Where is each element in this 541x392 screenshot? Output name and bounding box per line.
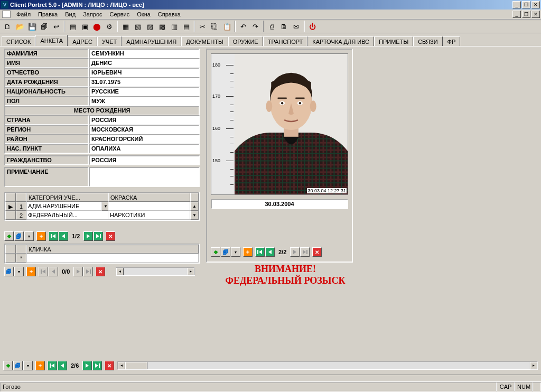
photo-prev-icon[interactable] <box>265 247 275 257</box>
photo-date[interactable]: 30.03.2004 <box>211 199 348 209</box>
panel6-icon[interactable]: ▤ <box>180 21 192 32</box>
open-icon[interactable]: 📂 <box>14 21 26 32</box>
grid2-hscroll[interactable]: ◂ ▸ <box>116 267 195 276</box>
hscroll-right-icon[interactable]: ▸ <box>530 362 537 369</box>
grid1-col2[interactable]: ОКРАСКА <box>108 193 190 202</box>
tab-adm[interactable]: АДМНАРУШЕНИЯ <box>122 36 181 46</box>
nav2-last-icon[interactable] <box>83 267 93 276</box>
nav2-delete-icon[interactable]: ✕ <box>96 267 105 276</box>
nav1-last-icon[interactable] <box>94 231 103 241</box>
value-nationality[interactable]: РУССКИЕ <box>89 87 200 97</box>
new-icon[interactable]: 🗋 <box>2 21 14 32</box>
nav2-prev-icon[interactable] <box>49 267 58 276</box>
panel2-icon[interactable]: ▧ <box>132 21 144 32</box>
grid-categories[interactable]: КАТЕГОРИЯ УЧЕ... ОКРАСКА ▶ 1 АДМ.НАРУШЕН… <box>4 192 200 221</box>
rec-prev-icon[interactable] <box>58 361 67 370</box>
grid2-col1[interactable]: КЛИЧКА <box>26 245 199 254</box>
maximize-button[interactable]: ❐ <box>522 1 530 8</box>
hscroll-left-icon[interactable]: ◂ <box>118 362 125 369</box>
menu-help[interactable]: Справка <box>154 10 184 18</box>
value-region[interactable]: МОСКОВСКАЯ <box>89 125 200 135</box>
tab-address[interactable]: АДРЕС <box>68 36 97 46</box>
redo-icon[interactable]: ↷ <box>249 21 262 32</box>
stop-icon[interactable]: ⬤ <box>91 21 103 32</box>
minimize-button[interactable]: _ <box>512 1 521 8</box>
nav1-doc-icon[interactable]: 🗐 <box>14 231 24 241</box>
nav1-next-icon[interactable] <box>83 231 93 241</box>
nav1-delete-icon[interactable]: ✕ <box>106 231 115 241</box>
cfg-icon[interactable]: ⚙ <box>103 21 115 32</box>
value-patronymic[interactable]: ЮРЬЕВИЧ <box>89 68 200 78</box>
menu-service[interactable]: Сервис <box>106 10 134 18</box>
props-icon[interactable]: ▤ <box>67 21 79 32</box>
nav2-dd-icon[interactable]: ▼ <box>14 267 24 276</box>
exit-icon[interactable]: ⏻ <box>306 21 319 32</box>
rec-first-icon[interactable] <box>48 361 57 370</box>
tab-accounting[interactable]: УЧЕТ <box>97 36 122 46</box>
value-country[interactable]: РОССИЯ <box>89 115 200 125</box>
rec-last-icon[interactable] <box>92 361 102 370</box>
nav1-add-icon[interactable]: ＋ <box>36 231 46 241</box>
print-icon[interactable]: ⎙ <box>266 21 278 32</box>
value-note[interactable] <box>89 167 200 187</box>
value-citizenship[interactable]: РОССИЯ <box>89 155 200 165</box>
rec-delete-icon[interactable]: ✕ <box>105 361 114 370</box>
mdi-restore-button[interactable]: ❐ <box>522 11 530 18</box>
close-button[interactable]: ✕ <box>531 1 540 8</box>
mail-icon[interactable]: ✉ <box>290 21 302 32</box>
grid1-row1-c1[interactable]: АДМ.НАРУШЕНИЕ <box>26 202 101 211</box>
grid1-row2-marker[interactable] <box>5 211 16 220</box>
revert-icon[interactable]: ↩ <box>50 21 62 32</box>
paste-icon[interactable]: 📋 <box>221 21 233 32</box>
preview-icon[interactable]: 🗎 <box>278 21 290 32</box>
photo-refresh-icon[interactable]: ❖ <box>211 247 220 257</box>
rec-doc-icon[interactable]: 🗐 <box>13 361 23 370</box>
grid2-hscroll-right[interactable]: ▸ <box>187 268 194 275</box>
nav1-prev-icon[interactable] <box>59 231 68 241</box>
grid1-col1[interactable]: КАТЕГОРИЯ УЧЕ... <box>26 193 108 202</box>
rec-add-icon[interactable]: ＋ <box>35 361 45 370</box>
nav1-first-icon[interactable] <box>49 231 58 241</box>
nav1-refresh-icon[interactable]: ❖ <box>4 231 14 241</box>
grid2-hscroll-left[interactable]: ◂ <box>116 268 124 275</box>
save-icon[interactable]: 💾 <box>26 21 38 32</box>
mdi-minimize-button[interactable]: _ <box>512 11 521 18</box>
rec-next-icon[interactable] <box>82 361 92 370</box>
photo-last-icon[interactable] <box>300 247 310 257</box>
tab-weapon[interactable]: ОРУЖИЕ <box>228 36 263 46</box>
grid1-row1-marker[interactable]: ▶ <box>5 202 16 211</box>
hscroll-thumb[interactable] <box>125 362 147 369</box>
photo-first-icon[interactable] <box>255 247 265 257</box>
tab-transport[interactable]: ТРАНСПОРТ <box>263 36 308 46</box>
tab-ivs[interactable]: КАРТОЧКА ДЛЯ ИВС <box>307 36 374 46</box>
undo-icon[interactable]: ↶ <box>237 21 249 32</box>
grid1-scroll-up[interactable]: ▲ <box>190 202 199 211</box>
menu-file[interactable]: Файл <box>13 10 34 18</box>
tab-links[interactable]: СВЯЗИ <box>413 36 442 46</box>
grid1-row2-c2[interactable]: НАРКОТИКИ <box>108 211 190 220</box>
rec-refresh-icon[interactable]: ❖ <box>3 361 13 370</box>
mdi-close-button[interactable]: ✕ <box>531 11 540 18</box>
photo-add-icon[interactable]: ＋ <box>243 247 253 257</box>
value-sex[interactable]: МУЖ <box>89 96 200 106</box>
panel4-icon[interactable]: ▩ <box>156 21 168 32</box>
value-name[interactable]: ДЕНИС <box>89 58 200 68</box>
panel3-icon[interactable]: ▨ <box>144 21 156 32</box>
nav1-dd-icon[interactable]: ▼ <box>24 231 34 241</box>
tab-marks[interactable]: ПРИМЕТЫ <box>374 36 413 46</box>
photo-dd-icon[interactable]: ▼ <box>231 247 240 257</box>
value-settlement[interactable]: ОПАЛИХА <box>89 144 200 154</box>
copy-icon[interactable]: ⿻ <box>209 21 221 32</box>
nav2-doc-icon[interactable]: 🗐 <box>4 267 14 276</box>
menu-edit[interactable]: Правка <box>34 10 61 18</box>
tab-anketa[interactable]: АНКЕТА <box>35 35 68 46</box>
value-surname[interactable]: СЕМУНКИН <box>89 49 200 59</box>
grid1-scroll-down[interactable]: ▼ <box>190 211 199 220</box>
value-district[interactable]: КРАСНОГОРСКИЙ <box>89 134 200 144</box>
nav2-first-icon[interactable] <box>39 267 48 276</box>
nav2-add-icon[interactable]: ＋ <box>26 267 36 276</box>
menu-windows[interactable]: Окна <box>133 10 154 18</box>
tab-fr[interactable]: ФР <box>443 36 461 46</box>
nav2-next-icon[interactable] <box>73 267 83 276</box>
content-hscroll[interactable]: ◂ ▸ <box>117 361 538 370</box>
